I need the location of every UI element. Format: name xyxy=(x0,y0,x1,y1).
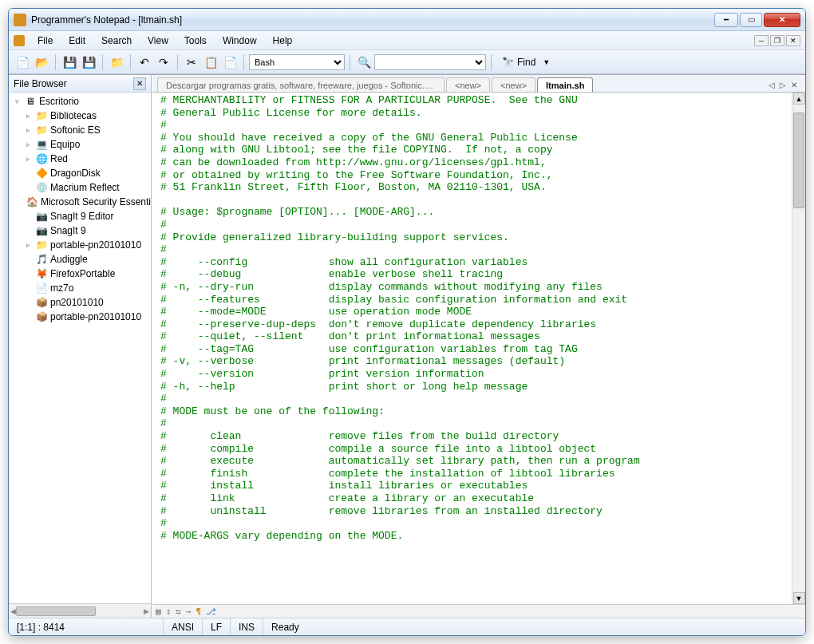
item-icon: 🏠 xyxy=(26,196,38,208)
tab[interactable]: <new> xyxy=(446,77,490,92)
tree-item[interactable]: ▹📁portable-pn20101010 xyxy=(9,238,151,252)
sidebar-scrollbar[interactable]: ◀ ▶ xyxy=(9,603,151,618)
bottom-btn[interactable]: ⇆ xyxy=(176,606,181,617)
close-button[interactable]: ✕ xyxy=(764,13,800,27)
tab[interactable]: Descargar programas gratis, software, fr… xyxy=(157,77,445,92)
collapse-icon[interactable]: ▿ xyxy=(12,97,22,105)
tree-item[interactable]: 📦pn20101010 xyxy=(9,295,151,310)
minimize-button[interactable]: ━ xyxy=(714,13,738,27)
sidebar-title: File Browser xyxy=(14,78,67,89)
tree-item-label: DragonDisk xyxy=(50,168,101,179)
tree-item-label: Macrium Reflect xyxy=(50,182,120,193)
status-line-ending: LF xyxy=(203,618,231,635)
tree-item-label: portable-pn20101010 xyxy=(50,311,141,322)
tree-item[interactable]: ▹📁Softonic ES xyxy=(9,123,151,137)
tree-item[interactable]: 🏠Microsoft Security Essenti xyxy=(9,195,151,209)
bottom-btn[interactable]: ¶ xyxy=(196,606,202,617)
tab[interactable]: ltmain.sh xyxy=(537,77,593,92)
scroll-up-icon[interactable]: ▲ xyxy=(793,93,805,105)
window: Programmer's Notepad - [ltmain.sh] ━ ▭ ✕… xyxy=(8,8,806,636)
main-area: File Browser ✕ ▿ 🖥 Escritorio ▹📁Bibliote… xyxy=(9,74,805,618)
cut-button[interactable]: ✂ xyxy=(183,53,200,71)
toolbar-separator xyxy=(55,54,56,70)
toolbar-separator xyxy=(177,54,178,70)
item-icon: 📷 xyxy=(35,210,48,223)
menu-view[interactable]: View xyxy=(140,33,176,49)
find-label: Find xyxy=(517,57,535,68)
tab[interactable]: <new> xyxy=(492,77,535,92)
copy-button[interactable]: 📋 xyxy=(202,53,219,71)
tree-item[interactable]: ▹💻Equipo xyxy=(9,137,151,152)
mdi-minimize-button[interactable]: ─ xyxy=(754,35,769,46)
expand-icon[interactable]: ▹ xyxy=(23,155,33,163)
open-folder-button[interactable]: 📁 xyxy=(108,53,125,71)
find-dropdown-icon[interactable]: ▼ xyxy=(543,58,551,66)
open-file-button[interactable]: 📂 xyxy=(33,53,50,71)
desktop-icon: 🖥 xyxy=(24,95,37,108)
bottom-btn[interactable]: ▦ xyxy=(156,606,161,617)
item-icon: 📦 xyxy=(35,310,48,323)
bottom-btn[interactable]: → xyxy=(186,606,192,617)
item-icon: 🌐 xyxy=(35,152,48,165)
tree-item[interactable]: 📷SnagIt 9 Editor xyxy=(9,209,151,223)
tree-item[interactable]: 📷SnagIt 9 xyxy=(9,223,151,238)
maximize-button[interactable]: ▭ xyxy=(740,13,762,27)
undo-button[interactable]: ↶ xyxy=(136,53,153,71)
tree-item[interactable]: 💿Macrium Reflect xyxy=(9,180,151,195)
find-button[interactable]: 🔭 Find xyxy=(496,54,541,70)
code-editor[interactable]: # MERCHANTABILITY or FITNESS FOR A PARTI… xyxy=(152,93,792,604)
app-icon xyxy=(14,14,26,26)
tree-item[interactable]: ▹📁Bibliotecas xyxy=(9,109,151,123)
save-all-button[interactable]: 💾 xyxy=(80,53,97,71)
toolbar: 📄 📂 💾 💾 📁 ↶ ↷ ✂ 📋 📄 Bash 🔍 🔭 Find ▼ xyxy=(9,50,805,74)
paste-button[interactable]: 📄 xyxy=(221,53,239,71)
expand-icon[interactable]: ▹ xyxy=(23,126,33,134)
vertical-scrollbar[interactable]: ▲ ▼ xyxy=(792,93,805,604)
tree-item[interactable]: 🔶DragonDisk xyxy=(9,166,151,180)
toolbar-separator xyxy=(350,54,350,70)
scroll-down-icon[interactable]: ▼ xyxy=(793,592,805,604)
new-file-button[interactable]: 📄 xyxy=(14,53,31,71)
expand-icon[interactable]: ▹ xyxy=(23,241,33,249)
tab-next-icon[interactable]: ▷ xyxy=(780,81,786,89)
titlebar[interactable]: Programmer's Notepad - [ltmain.sh] ━ ▭ ✕ xyxy=(9,9,805,31)
item-icon: 🔶 xyxy=(35,167,48,180)
menubar: File Edit Search View Tools Window Help … xyxy=(9,31,805,50)
scrollbar-thumb[interactable] xyxy=(793,113,804,208)
expand-icon[interactable]: ▹ xyxy=(23,112,33,120)
search-combo[interactable] xyxy=(374,54,486,70)
tree-item-label: Microsoft Security Essenti xyxy=(41,196,151,207)
menu-tools[interactable]: Tools xyxy=(176,33,215,49)
item-icon: 📄 xyxy=(35,282,48,294)
status-ready: Ready xyxy=(263,618,799,635)
find-in-files-button[interactable]: 🔍 xyxy=(355,53,373,71)
item-icon: 🦊 xyxy=(35,267,48,280)
save-button[interactable]: 💾 xyxy=(61,53,78,71)
tabbar: Descargar programas gratis, software, fr… xyxy=(152,75,805,93)
tree-item[interactable]: 🎵Audiggle xyxy=(9,252,151,267)
scrollbar-thumb[interactable] xyxy=(16,606,96,616)
bottom-btn[interactable]: ↕ xyxy=(166,606,172,617)
tree-item[interactable]: 🦊FirefoxPortable xyxy=(9,267,151,281)
menu-file[interactable]: File xyxy=(30,33,61,49)
tree-item[interactable]: 📄mz7o xyxy=(9,281,151,295)
tab-prev-icon[interactable]: ◁ xyxy=(769,81,775,89)
tree-item[interactable]: ▹🌐Red xyxy=(9,152,151,166)
sidebar-close-button[interactable]: ✕ xyxy=(133,77,146,90)
toolbar-separator xyxy=(102,54,103,70)
item-icon: 💿 xyxy=(35,181,48,194)
language-select[interactable]: Bash xyxy=(249,54,345,70)
tree-root[interactable]: ▿ 🖥 Escritorio xyxy=(9,94,151,109)
menu-help[interactable]: Help xyxy=(265,33,301,49)
redo-button[interactable]: ↷ xyxy=(155,53,172,71)
menu-search[interactable]: Search xyxy=(93,33,140,49)
tab-close-icon[interactable]: ✕ xyxy=(791,81,797,89)
expand-icon[interactable]: ▹ xyxy=(23,140,33,148)
tree-item[interactable]: 📦portable-pn20101010 xyxy=(9,310,151,324)
menu-app-icon xyxy=(14,35,25,46)
menu-edit[interactable]: Edit xyxy=(61,33,93,49)
mdi-restore-button[interactable]: ❐ xyxy=(770,35,784,46)
bottom-btn[interactable]: ⎇ xyxy=(206,606,216,617)
menu-window[interactable]: Window xyxy=(215,33,265,49)
mdi-close-button[interactable]: ✕ xyxy=(786,35,800,46)
